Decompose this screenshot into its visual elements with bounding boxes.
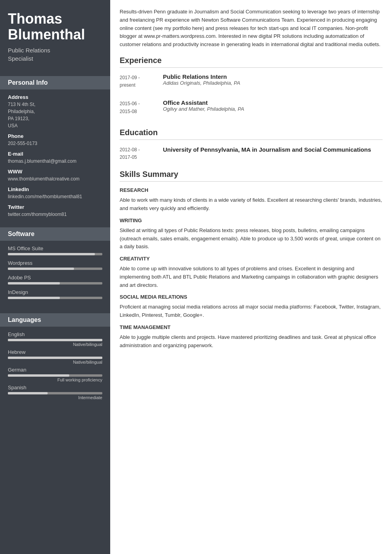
language-name: Hebrew [8, 349, 102, 355]
phone-value: 202-555-0173 [8, 140, 102, 147]
software-item: InDesign [8, 289, 102, 299]
language-name: English [8, 331, 102, 337]
language-bar-fill [8, 357, 102, 359]
linkedin-value: linkedin.com/me/thomblumenthal81 [8, 193, 102, 200]
skills-section: Skills Summary RESEARCH Able to work wit… [120, 170, 383, 350]
language-item: Hebrew Native/bilingual [8, 349, 102, 364]
language-item: German Full working proficiency [8, 367, 102, 382]
language-level: Full working proficiency [8, 377, 102, 382]
exp-date: 2017-09 -present [120, 73, 163, 89]
twitter-label: Twitter [8, 204, 102, 210]
skill-title: RESEARCH [120, 187, 383, 193]
candidate-name: Thomas Blumenthal [8, 11, 102, 42]
language-item: Spanish Intermediate [8, 385, 102, 400]
software-bar-fill [8, 297, 60, 299]
skill-item: SOCIAL MEDIA RELATIONS Proficient at man… [120, 294, 383, 320]
education-list: 2012-08 -2017-05 University of Pennsylva… [120, 145, 383, 161]
language-bar-fill [8, 392, 48, 394]
exp-role: Public Relations Intern [163, 73, 383, 80]
language-level: Intermediate [8, 395, 102, 400]
language-level: Native/bilingual [8, 342, 102, 347]
personal-info-heading: Personal Info [0, 76, 110, 89]
software-bar-bg [8, 297, 102, 299]
experience-list: 2017-09 -present Public Relations Intern… [120, 73, 383, 119]
software-name: Adobe PS [8, 275, 102, 281]
skill-desc: Able to juggle multiple clients and proj… [120, 333, 383, 350]
main-content: Results-driven Penn graduate in Journali… [110, 0, 392, 554]
skill-item: TIME MANAGEMENT Able to juggle multiple … [120, 324, 383, 350]
education-heading: Education [120, 128, 383, 140]
skill-title: WRITING [120, 218, 383, 223]
language-bar-bg [8, 339, 102, 341]
skill-desc: Able to come up with innovative solution… [120, 265, 383, 289]
skill-title: CREATIVITY [120, 256, 383, 262]
email-value: thomas.j.blumenthal@gmail.com [8, 158, 102, 165]
language-item: English Native/bilingual [8, 331, 102, 347]
software-bar-bg [8, 268, 102, 270]
language-bar-fill [8, 374, 69, 377]
email-label: E-mail [8, 151, 102, 157]
software-name: Wordpress [8, 260, 102, 266]
software-heading: Software [0, 227, 110, 241]
www-label: WWW [8, 169, 102, 175]
exp-company: Ogilvy and Mather, Philadelphia, PA [163, 106, 383, 112]
skill-item: RESEARCH Able to work with many kinds of… [120, 187, 383, 213]
exp-role: Office Assistant [163, 99, 383, 106]
experience-item: 2017-09 -present Public Relations Intern… [120, 73, 383, 93]
education-item: 2012-08 -2017-05 University of Pennsylva… [120, 145, 383, 161]
language-bar-fill [8, 339, 102, 341]
software-section: Software MS Office Suite Wordpress Adobe… [0, 222, 110, 308]
experience-section: Experience 2017-09 -present Public Relat… [120, 56, 383, 119]
software-bar-fill [8, 282, 60, 284]
languages-heading: Languages [0, 313, 110, 327]
software-bar-fill [8, 253, 95, 255]
software-name: InDesign [8, 289, 102, 295]
address-value: 713 N 4th St,Philadelphia,PA 19123,USA [8, 101, 102, 129]
language-name: German [8, 367, 102, 373]
address-label: Address [8, 94, 102, 100]
language-bar-bg [8, 392, 102, 394]
software-item: Adobe PS [8, 275, 102, 284]
languages-section: Languages English Native/bilingual Hebre… [0, 308, 110, 406]
skills-heading: Skills Summary [120, 170, 383, 182]
exp-date: 2015-06 -2015-08 [120, 99, 163, 115]
skill-desc: Proficient at managing social media rela… [120, 303, 383, 320]
skill-title: SOCIAL MEDIA RELATIONS [120, 294, 383, 300]
skill-desc: Skilled at writing all types of Public R… [120, 227, 383, 251]
skill-item: WRITING Skilled at writing all types of … [120, 218, 383, 251]
software-bar-bg [8, 253, 102, 255]
software-item: MS Office Suite [8, 245, 102, 255]
twitter-value: twitter.com/thommybloom81 [8, 211, 102, 218]
language-bar-bg [8, 374, 102, 377]
education-section: Education 2012-08 -2017-05 University of… [120, 128, 383, 161]
summary-text: Results-driven Penn graduate in Journali… [120, 8, 383, 49]
skills-list: RESEARCH Able to work with many kinds of… [120, 187, 383, 350]
personal-info-section: Personal Info Address 713 N 4th St,Phila… [0, 71, 110, 222]
www-value: www.thomblumenthalcreative.com [8, 175, 102, 182]
sidebar-header: Thomas Blumenthal Public RelationsSpecia… [0, 0, 110, 71]
edu-details: University of Pennsylvania, MA in Journa… [163, 145, 383, 161]
skill-item: CREATIVITY Able to come up with innovati… [120, 256, 383, 289]
sidebar: Thomas Blumenthal Public RelationsSpecia… [0, 0, 110, 554]
software-item: Wordpress [8, 260, 102, 270]
phone-label: Phone [8, 133, 102, 139]
candidate-title: Public RelationsSpecialist [8, 46, 102, 63]
experience-heading: Experience [120, 56, 383, 68]
edu-degree: University of Pennsylvania, MA in Journa… [163, 145, 383, 154]
linkedin-label: LinkedIn [8, 186, 102, 192]
language-bar-bg [8, 357, 102, 359]
language-bars: English Native/bilingual Hebrew Native/b… [8, 331, 102, 400]
software-bar-fill [8, 268, 74, 270]
edu-date: 2012-08 -2017-05 [120, 145, 163, 161]
exp-details: Office Assistant Ogilvy and Mather, Phil… [163, 99, 383, 115]
language-level: Native/bilingual [8, 360, 102, 364]
skill-title: TIME MANAGEMENT [120, 324, 383, 330]
skill-desc: Able to work with many kinds of clients … [120, 196, 383, 213]
software-name: MS Office Suite [8, 245, 102, 251]
exp-details: Public Relations Intern Adidas Originals… [163, 73, 383, 89]
exp-company: Adidas Originals, Philadelphia, PA [163, 80, 383, 86]
software-bars: MS Office Suite Wordpress Adobe PS InDes… [8, 245, 102, 299]
software-bar-bg [8, 282, 102, 284]
language-name: Spanish [8, 385, 102, 390]
experience-item: 2015-06 -2015-08 Office Assistant Ogilvy… [120, 99, 383, 119]
